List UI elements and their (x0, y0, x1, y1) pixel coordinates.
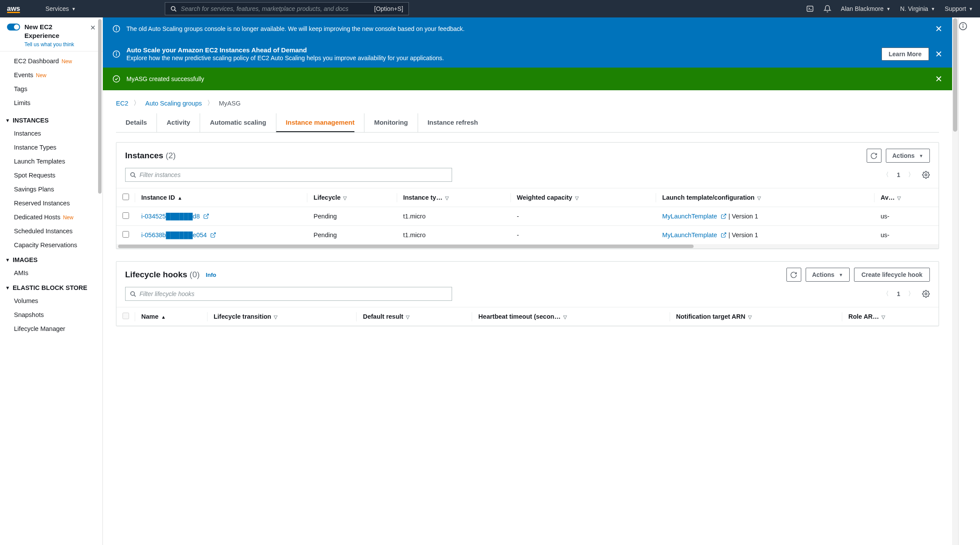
sidebar-item[interactable]: EC2 DashboardNew (0, 54, 102, 68)
column-header[interactable]: Launch template/configuration▽ (656, 188, 875, 207)
sidebar-item[interactable]: Instances (0, 126, 102, 140)
sidebar-group-header[interactable]: ▼ INSTANCES (0, 112, 102, 126)
actions-dropdown[interactable]: Actions▼ (806, 268, 850, 282)
success-banner: MyASG created successfully ✕ (103, 68, 952, 90)
feedback-link[interactable]: Tell us what you think (24, 41, 74, 48)
sidebar-item[interactable]: EventsNew (0, 68, 102, 82)
column-header[interactable]: Name▲ (135, 307, 208, 326)
hooks-table: Name▲Lifecycle transition▽Default result… (116, 307, 939, 326)
tab[interactable]: Instance refresh (418, 113, 478, 132)
breadcrumb-ec2[interactable]: EC2 (116, 100, 128, 107)
support-menu[interactable]: Support▼ (945, 5, 973, 12)
breadcrumb: EC2 〉 Auto Scaling groups 〉 MyASG (116, 99, 939, 107)
svg-line-17 (134, 295, 136, 297)
column-header[interactable]: Instance ty…▽ (397, 188, 511, 207)
row-checkbox[interactable] (122, 212, 129, 219)
sidebar-item[interactable]: Reserved Instances (0, 196, 102, 210)
prev-page[interactable]: 〈 (883, 290, 889, 298)
sidebar-item[interactable]: Volumes (0, 294, 102, 308)
launch-template-link[interactable]: MyLaunchTemplate (662, 232, 717, 238)
pagination: 〈 1 〉 (883, 171, 930, 179)
help-panel-toggle[interactable] (958, 17, 980, 545)
sidebar-item[interactable]: Launch Templates (0, 154, 102, 168)
next-page[interactable]: 〉 (908, 171, 914, 179)
main-content: The old Auto Scaling groups console is n… (103, 17, 980, 545)
tab[interactable]: Automatic scaling (200, 113, 266, 132)
sidebar-item[interactable]: Savings Plans (0, 182, 102, 196)
close-icon[interactable]: × (90, 23, 95, 33)
breadcrumb-current: MyASG (219, 100, 241, 107)
pagination: 〈 1 〉 (883, 290, 930, 298)
next-page[interactable]: 〉 (908, 290, 914, 298)
external-link-icon[interactable] (721, 232, 727, 238)
instance-id-link[interactable]: i-034525██████d8 (141, 213, 200, 220)
sidebar-group-header[interactable]: ▼ IMAGES (0, 252, 102, 266)
info-banner-old-console: The old Auto Scaling groups console is n… (103, 17, 952, 40)
global-search[interactable]: Search for services, features, marketpla… (165, 2, 409, 15)
column-header[interactable]: Instance ID▲ (135, 188, 307, 207)
settings-icon[interactable] (922, 290, 930, 298)
create-lifecycle-hook-button[interactable]: Create lifecycle hook (854, 268, 930, 282)
column-header[interactable]: Lifecycle▽ (307, 188, 397, 207)
actions-dropdown[interactable]: Actions▼ (886, 149, 930, 163)
refresh-button[interactable] (786, 268, 801, 282)
horizontal-scrollbar[interactable] (116, 244, 939, 249)
region-menu[interactable]: N. Virginia▼ (900, 5, 935, 12)
filter-hooks-input[interactable]: Filter lifecycle hooks (125, 287, 452, 301)
instance-id-link[interactable]: i-05638b██████e054 (141, 232, 207, 238)
panel-title: Instances (2) (125, 151, 176, 160)
sidebar: New EC2Experience Tell us what you think… (0, 17, 103, 545)
account-menu[interactable]: Alan Blackmore▼ (841, 5, 891, 12)
new-experience-banner: New EC2Experience Tell us what you think… (0, 17, 102, 51)
notifications-icon[interactable] (823, 5, 831, 13)
refresh-button[interactable] (867, 149, 881, 163)
services-menu[interactable]: Services▼ (45, 5, 76, 12)
aws-logo[interactable]: aws (7, 5, 35, 13)
tab[interactable]: Monitoring (364, 113, 408, 132)
external-link-icon[interactable] (203, 213, 209, 220)
sidebar-item[interactable]: Spot Requests (0, 168, 102, 182)
tab[interactable]: Instance management (276, 113, 355, 132)
sidebar-item[interactable]: Lifecycle Manager (0, 322, 102, 336)
tab[interactable]: Details (126, 113, 147, 132)
sidebar-item[interactable]: Dedicated HostsNew (0, 210, 102, 224)
settings-icon[interactable] (922, 171, 930, 179)
scrollbar-thumb[interactable] (98, 19, 102, 194)
sidebar-item[interactable]: Instance Types (0, 140, 102, 154)
column-header[interactable]: Default result▽ (357, 307, 472, 326)
chevron-right-icon: 〉 (133, 99, 140, 107)
sidebar-item[interactable]: Snapshots (0, 308, 102, 322)
breadcrumb-asg[interactable]: Auto Scaling groups (145, 100, 202, 107)
tab[interactable]: Activity (157, 113, 190, 132)
cloudshell-icon[interactable] (806, 5, 814, 13)
sidebar-item[interactable]: AMIs (0, 266, 102, 280)
column-header[interactable]: Lifecycle transition▽ (208, 307, 357, 326)
sidebar-item[interactable]: Capacity Reservations (0, 238, 102, 252)
info-link[interactable]: Info (206, 272, 216, 278)
sidebar-item[interactable]: Tags (0, 82, 102, 96)
column-header[interactable]: Weighted capacity▽ (511, 188, 657, 207)
scrollbar-thumb[interactable] (953, 18, 957, 132)
svg-line-14 (134, 176, 136, 178)
external-link-icon[interactable] (210, 232, 216, 238)
column-header[interactable]: Heartbeat timeout (secon…▽ (472, 307, 670, 326)
sidebar-item[interactable]: Limits (0, 96, 102, 110)
close-icon[interactable]: ✕ (935, 24, 943, 34)
info-icon[interactable] (959, 22, 980, 31)
sidebar-group-header[interactable]: ▼ ELASTIC BLOCK STORE (0, 280, 102, 294)
filter-instances-input[interactable]: Filter instances (125, 168, 452, 182)
launch-template-link[interactable]: MyLaunchTemplate (662, 213, 717, 220)
column-header[interactable]: Av…▽ (875, 188, 939, 207)
column-header[interactable]: Role AR…▽ (842, 307, 939, 326)
row-checkbox[interactable] (122, 231, 129, 238)
sidebar-item[interactable]: Scheduled Instances (0, 224, 102, 238)
new-experience-toggle[interactable] (7, 24, 20, 31)
close-icon[interactable]: ✕ (935, 49, 943, 59)
instances-panel: Instances (2) Actions▼ (116, 142, 939, 249)
prev-page[interactable]: 〈 (883, 171, 889, 179)
learn-more-button[interactable]: Learn More (881, 48, 929, 61)
external-link-icon[interactable] (721, 213, 727, 220)
close-icon[interactable]: ✕ (935, 74, 943, 84)
column-header[interactable]: Notification target ARN▽ (670, 307, 842, 326)
select-all-checkbox[interactable] (122, 194, 129, 200)
